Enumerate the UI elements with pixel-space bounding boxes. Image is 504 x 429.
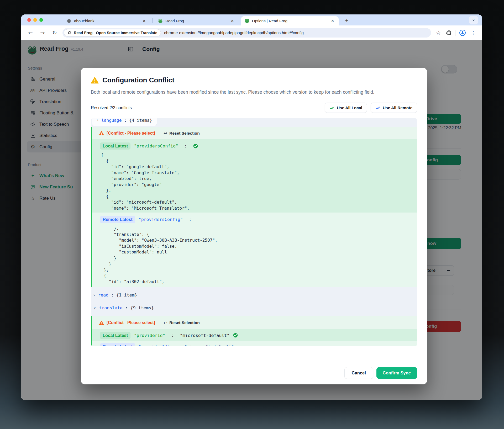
new-tab-button[interactable]: +: [343, 17, 351, 25]
address-bar[interactable]: Read Frog - Open Source Immersive Transl…: [62, 28, 431, 38]
reset-selection-label: Reset Selection: [169, 131, 200, 136]
remote-latest-section[interactable]: Remote Latest "providersConfig" : }, "tr…: [92, 213, 417, 287]
tab-strip: about:blank ✕ Read Frog ✕ Options | Read…: [21, 14, 482, 25]
dialog-description: Both local and remote configurations hav…: [91, 88, 403, 96]
use-all-remote-label: Use All Remote: [383, 105, 412, 110]
profile-avatar-icon[interactable]: [459, 29, 466, 36]
double-check-icon: [375, 105, 380, 110]
configuration-conflict-dialog: Configuration Conflict Both local and re…: [81, 68, 427, 384]
local-latest-row[interactable]: Local Latest "providerId" : "microsoft-d…: [92, 329, 417, 341]
undo-icon: ↩: [164, 131, 167, 136]
extension-name-chip[interactable]: Read Frog - Open Source Immersive Transl…: [64, 29, 161, 36]
globe-icon: [67, 19, 71, 23]
conflict-warning-icon: [99, 320, 104, 325]
json-key: translate: [99, 305, 123, 310]
puzzle-icon: [67, 31, 72, 35]
separator: :: [123, 305, 130, 310]
item-count: {4 items}: [129, 118, 152, 123]
close-window-button[interactable]: [27, 18, 31, 22]
conflict-group-providers: [Conflict - Please select] ↩ Reset Selec…: [91, 127, 417, 287]
remote-json-snippet: }, "translate": { "model": "Qwen3-30B-A3…: [104, 226, 412, 285]
reload-icon[interactable]: ↻: [50, 30, 59, 36]
url-text: chrome-extension://lmegaogaablpadepipagn…: [164, 30, 304, 35]
double-check-icon: [329, 105, 334, 110]
json-key: "providerId": [139, 344, 170, 347]
translate-row[interactable]: ∨ translate : {9 items}: [91, 302, 417, 314]
warning-icon: [91, 76, 99, 84]
bookmark-star-icon[interactable]: ☆: [435, 30, 442, 36]
forward-icon[interactable]: →: [38, 30, 47, 36]
tab-options-read-frog[interactable]: Options | Read Frog ✕: [241, 16, 339, 25]
json-key: read: [98, 293, 109, 298]
separator: :: [122, 118, 129, 123]
close-tab-icon[interactable]: ✕: [142, 19, 146, 23]
toolbar-separator: [455, 30, 455, 36]
language-row[interactable]: › language : {4 items}: [92, 118, 157, 126]
extensions-icon[interactable]: [446, 30, 452, 36]
local-json-snippet: [ { "id": "google-default", "name": "Goo…: [101, 152, 412, 211]
local-latest-section[interactable]: Local Latest "providersConfig" : [ { "id…: [92, 139, 417, 213]
undo-icon: ↩: [164, 320, 167, 325]
zoom-window-button[interactable]: [39, 18, 43, 22]
use-all-remote-button[interactable]: Use All Remote: [371, 103, 417, 113]
reset-selection-button[interactable]: ↩ Reset Selection: [164, 320, 200, 325]
json-key: "providersConfig": [139, 217, 183, 222]
confirm-sync-button[interactable]: Confirm Sync: [376, 367, 417, 379]
reset-selection-button[interactable]: ↩ Reset Selection: [164, 131, 200, 136]
browser-menu-icon[interactable]: ⋮: [470, 30, 477, 36]
tab-title: about:blank: [74, 19, 139, 23]
json-key: "providersConfig": [134, 144, 178, 149]
tab-read-frog[interactable]: Read Frog ✕: [154, 16, 238, 25]
use-all-local-label: Use All Local: [337, 105, 362, 110]
separator: :: [108, 293, 116, 298]
minimize-window-button[interactable]: [33, 18, 37, 22]
json-key: "providerId": [134, 333, 165, 338]
remote-latest-badge: Remote Latest: [100, 343, 135, 347]
extension-name: Read Frog - Open Source Immersive Transl…: [74, 31, 157, 35]
browser-toolbar: ← → ↻ Read Frog - Open Source Immersive …: [21, 25, 482, 40]
conflict-group-provider-id: [Conflict - Please select] ↩ Reset Selec…: [91, 316, 417, 346]
browser-window: about:blank ✕ Read Frog ✕ Options | Read…: [21, 14, 482, 400]
tab-search-button[interactable]: ∨: [469, 16, 478, 24]
chevron-right-icon: ›: [93, 293, 95, 298]
local-latest-badge: Local Latest: [100, 332, 130, 339]
diff-viewer[interactable]: › language : {4 items} [Conflict - Pleas…: [91, 118, 417, 346]
separator: :: [186, 217, 194, 222]
resolved-count: Resolved 2/2 conflicts: [91, 105, 132, 110]
tab-title: Options | Read Frog: [252, 19, 328, 23]
tab-about-blank[interactable]: about:blank ✕: [63, 16, 150, 25]
remote-latest-row[interactable]: Remote Latest "providerId" : "microsoft-…: [92, 341, 417, 346]
frog-icon: [245, 19, 249, 23]
chevron-down-icon: ∨: [93, 306, 96, 310]
close-tab-icon[interactable]: ✕: [330, 19, 335, 23]
read-row[interactable]: › read : {1 item}: [91, 289, 417, 301]
item-count: {1 item}: [116, 293, 137, 298]
item-count: {9 items}: [130, 305, 154, 310]
conflict-warning-icon: [99, 131, 104, 136]
use-all-local-button[interactable]: Use All Local: [325, 103, 367, 113]
json-key: language: [101, 118, 122, 123]
local-latest-badge: Local Latest: [100, 142, 130, 150]
selected-check-icon: [233, 333, 238, 338]
json-value: "microsoft-default": [185, 344, 234, 347]
json-value: "microsoft-default": [180, 333, 229, 338]
close-tab-icon[interactable]: ✕: [230, 19, 235, 23]
dialog-title: Configuration Conflict: [102, 76, 174, 84]
chevron-right-icon: ›: [97, 118, 98, 123]
separator: :: [169, 333, 177, 338]
frog-icon: [158, 19, 163, 23]
back-icon[interactable]: ←: [26, 30, 35, 36]
cancel-button[interactable]: Cancel: [344, 367, 373, 379]
conflict-label: [Conflict - Please select]: [107, 131, 155, 136]
tab-separator: [152, 18, 153, 23]
reset-selection-label: Reset Selection: [169, 320, 200, 325]
window-controls: [27, 18, 43, 22]
separator: :: [173, 344, 181, 347]
selected-check-icon: [193, 144, 198, 149]
tab-title: Read Frog: [165, 19, 227, 23]
remote-latest-badge: Remote Latest: [100, 216, 135, 223]
separator: :: [182, 144, 190, 149]
conflict-label: [Conflict - Please select]: [107, 320, 155, 325]
